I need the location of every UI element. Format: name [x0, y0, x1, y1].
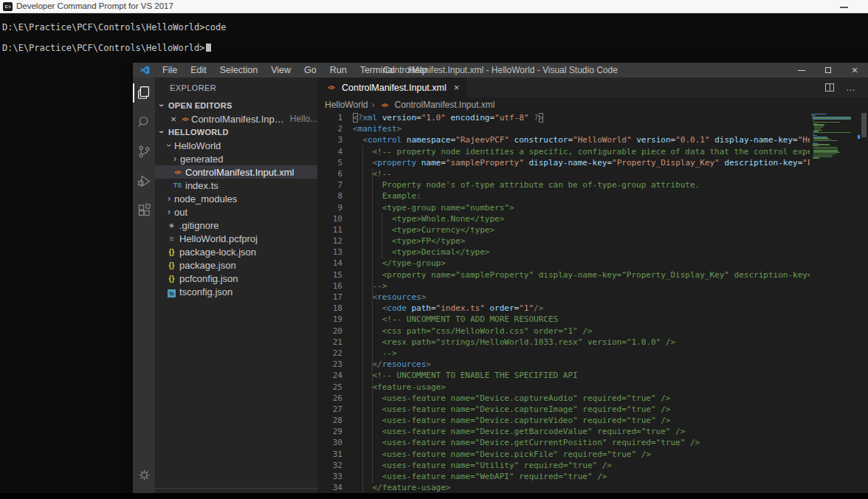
menu-terminal[interactable]: Terminal [354, 63, 402, 78]
code-line-16[interactable]: --> [353, 281, 810, 292]
menu-help[interactable]: Help [402, 63, 434, 78]
tree-item-node-modules[interactable]: ›node_modules [155, 192, 317, 205]
code-line-23[interactable]: </resources> [353, 359, 810, 370]
minimap-line [813, 142, 815, 142]
close-icon[interactable]: × [841, 63, 868, 78]
tree-item-package-json[interactable]: {}package.json [155, 258, 317, 272]
terminal-prompt-line: D:\E\Practice\PCF\Controls\HelloWorld> [2, 43, 211, 53]
cmd-icon: C:\ [3, 2, 13, 11]
minimap-line [813, 132, 851, 133]
code-line-28[interactable]: <uses-feature name="Device.captureVideo"… [353, 415, 810, 426]
activity-run-debug-icon[interactable] [133, 168, 155, 194]
code-line-1[interactable]: <?xml version="1.0" encoding="utf-8" ?> [353, 112, 810, 123]
indent-guide [382, 213, 382, 258]
menu-go[interactable]: Go [297, 63, 323, 78]
code-line-17[interactable]: <resources> [353, 292, 810, 303]
terminal-minimize-icon[interactable] [840, 7, 848, 8]
typescript-file-icon: TS [171, 182, 184, 189]
minimize-icon[interactable] [788, 63, 815, 78]
activity-bar [133, 78, 155, 493]
code-line-13[interactable]: <type>Decimal</type> [353, 247, 810, 258]
tree-item-helloworld[interactable]: ›HelloWorld [155, 139, 317, 152]
tree-item-index-ts[interactable]: TSindex.ts [155, 179, 317, 192]
tree-item--gitignore[interactable]: ◈.gitignore [155, 218, 317, 232]
tree-item-pcfconfig-json[interactable]: {}pcfconfig.json [155, 272, 317, 285]
maximize-icon[interactable] [815, 63, 841, 78]
chevron-down-icon: › [156, 128, 167, 136]
tree-item-tsconfig-json[interactable]: tstsconfig.json [155, 285, 317, 298]
minimap-line [813, 148, 837, 149]
section-open-editors[interactable]: › OPEN EDITORS [155, 99, 317, 112]
minimap[interactable] [810, 112, 860, 493]
code-line-2[interactable]: <manifest> [353, 123, 810, 134]
more-actions-icon[interactable]: … [846, 84, 856, 92]
code-line-6[interactable]: <!-- [353, 168, 810, 179]
scrollbar-thumb[interactable] [861, 113, 867, 137]
menu-run[interactable]: Run [323, 63, 354, 78]
code-line-27[interactable]: <uses-feature name="Device.captureImage"… [353, 404, 810, 415]
tree-item-out[interactable]: ›out [155, 205, 317, 218]
code-line-31[interactable]: <uses-feature name="Device.pickFile" req… [353, 449, 810, 460]
code-line-10[interactable]: <type>Whole.None</type> [353, 213, 810, 224]
tab-controlmanifest[interactable]: </> ControlManifest.Input.xml × [317, 78, 466, 97]
minimap-line [813, 140, 838, 141]
code-line-7[interactable]: Property node's of-type attribute can be… [353, 179, 810, 190]
section-outline[interactable]: › OUTLINE [155, 488, 317, 493]
code-editor[interactable]: 1234567891011121314151617181920212223242… [317, 112, 868, 493]
tree-item-package-lock-json[interactable]: {}package-lock.json [155, 245, 317, 258]
menu-selection[interactable]: Selection [213, 63, 264, 78]
code-line-4[interactable]: <!-- property node identifies a specific… [353, 146, 810, 157]
menu-file[interactable]: File [156, 63, 184, 78]
code-line-30[interactable]: <uses-feature name="Device.getCurrentPos… [353, 437, 810, 448]
activity-explorer-icon[interactable] [133, 79, 155, 106]
breadcrumb: HelloWorld › </> ControlManifest.Input.x… [317, 97, 868, 112]
code-line-5[interactable]: <property name="sampleProperty" display-… [353, 157, 810, 168]
terminal-prompt-line: D:\E\Practice\PCF\Controls\HelloWorld>co… [2, 22, 226, 32]
code-line-32[interactable]: <uses-feature name="Utility" required="t… [353, 460, 810, 471]
code-line-22[interactable]: --> [353, 348, 810, 359]
code-line-20[interactable]: <css path="css/HelloWorld.css" order="1"… [353, 326, 810, 337]
minimap-line [813, 122, 840, 123]
menu-view[interactable]: View [264, 63, 297, 78]
chevron-right-icon: › [165, 193, 173, 204]
code-line-12[interactable]: <type>FP</type> [353, 235, 810, 247]
activity-extensions-icon[interactable] [133, 197, 155, 224]
manage-gear-icon[interactable] [133, 461, 155, 488]
section-project[interactable]: › HELLOWORLD [155, 125, 317, 139]
code-line-29[interactable]: <uses-feature name="Device.getBarcodeVal… [353, 426, 810, 437]
editor-group: </> ControlManifest.Input.xml × … HelloW… [317, 78, 868, 493]
code-line-24[interactable]: <!-- UNCOMMENT TO ENABLE THE SPECIFIED A… [353, 370, 810, 381]
menu-edit[interactable]: Edit [184, 63, 213, 78]
tree-item-controlmanifest-input-xml[interactable]: </>ControlManifest.Input.xml [155, 165, 317, 179]
breadcrumb-folder[interactable]: HelloWorld [325, 100, 368, 110]
minimap-line [813, 135, 817, 136]
code-line-14[interactable]: </type-group> [353, 258, 810, 269]
open-editor-item[interactable]: × </> ControlManifest.Input.xml Hello... [155, 112, 317, 125]
code-line-26[interactable]: <uses-feature name="Device.captureAudio"… [353, 393, 810, 404]
code-line-25[interactable]: <feature-usage> [353, 382, 810, 393]
activity-source-control-icon[interactable] [133, 138, 155, 165]
code-line-19[interactable]: <!-- UNCOMMENT TO ADD MORE RESOURCES [353, 314, 810, 325]
code-line-33[interactable]: <uses-feature name="WebAPI" required="tr… [353, 471, 810, 482]
code-line-21[interactable]: <resx path="strings/HelloWorld.1033.resx… [353, 337, 810, 348]
split-editor-icon[interactable] [825, 83, 834, 92]
code-line-11[interactable]: <type>Currency</type> [353, 224, 810, 235]
code-line-3[interactable]: <control namespace="RajeevPCF" construct… [353, 134, 810, 145]
minimap-line [813, 119, 851, 120]
code-line-15[interactable]: <property name="sampleProperty" display-… [353, 269, 810, 281]
close-icon[interactable]: × [168, 114, 179, 125]
json-file-icon: {} [165, 275, 178, 283]
tree-item-helloworld-pcfproj[interactable]: ≡HelloWorld.pcfproj [155, 232, 317, 245]
code-line-34[interactable]: </feature-usage> [353, 482, 810, 493]
tree-item-generated[interactable]: ›generated [155, 152, 317, 165]
code-line-18[interactable]: <code path="index.ts" order="1"/> [353, 303, 810, 314]
vscode-window: FileEditSelectionViewGoRunTerminalHelp C… [133, 63, 868, 493]
breadcrumb-file[interactable]: ControlManifest.Input.xml [394, 100, 495, 110]
tab-close-icon[interactable]: × [454, 82, 460, 93]
code-line-8[interactable]: Example: [353, 190, 810, 202]
menu-bar: FileEditSelectionViewGoRunTerminalHelp [156, 63, 434, 78]
tab-strip: </> ControlManifest.Input.xml × … [317, 78, 868, 97]
minimap-line [813, 157, 819, 158]
code-line-9[interactable]: <type-group name="numbers"> [353, 202, 810, 213]
activity-search-icon[interactable] [133, 109, 155, 135]
